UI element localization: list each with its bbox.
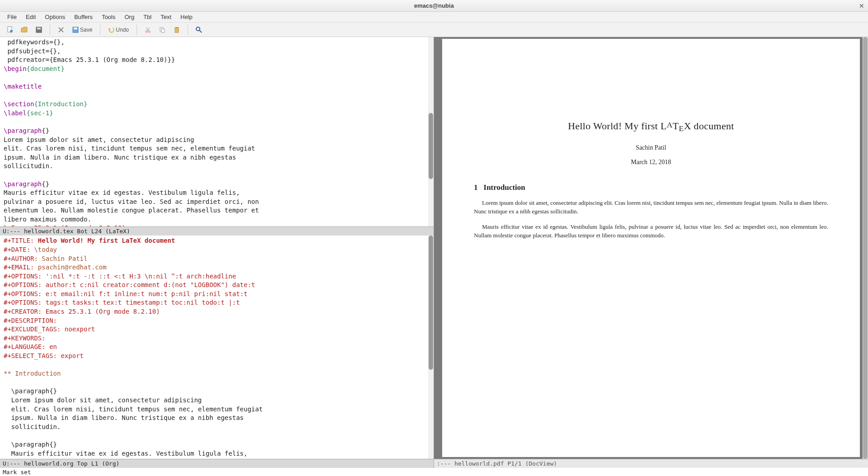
paste-icon[interactable] — [170, 24, 183, 36]
org-scrollbar[interactable] — [428, 236, 434, 459]
svg-point-1 — [10, 30, 13, 33]
toolbar-separator — [188, 25, 188, 35]
svg-rect-9 — [161, 29, 165, 33]
new-file-icon[interactable] — [4, 24, 16, 36]
main-area: pdfkeywords={}, pdfsubject={}, pdfcreato… — [0, 37, 868, 468]
svg-rect-5 — [74, 28, 77, 29]
left-panel: pdfkeywords={}, pdfsubject={}, pdfcreato… — [0, 37, 434, 468]
undo-button[interactable]: Undo — [105, 24, 132, 36]
svg-rect-10 — [175, 28, 179, 33]
scrollbar-thumb[interactable] — [429, 236, 433, 369]
pdf-page: Hello World! My first LATEX document Sac… — [442, 39, 859, 457]
svg-rect-3 — [37, 28, 41, 29]
org-editor-content[interactable]: #+TITLE: Hello World! My first LaTeX doc… — [0, 236, 434, 459]
scrollbar-thumb[interactable] — [429, 113, 433, 179]
tex-editor-content[interactable]: pdfkeywords={}, pdfsubject={}, pdfcreato… — [0, 37, 434, 226]
close-buffer-icon[interactable] — [55, 24, 67, 36]
svg-point-12 — [196, 27, 200, 31]
pdf-paragraph: Lorem ipsum dolor sit amet, consectetur … — [474, 198, 828, 216]
menu-tools[interactable]: Tools — [98, 13, 119, 21]
save-file-icon[interactable] — [33, 24, 45, 36]
org-editor-pane[interactable]: #+TITLE: Hello World! My first LaTeX doc… — [0, 236, 434, 459]
menu-file[interactable]: File — [4, 13, 20, 21]
pdf-view[interactable]: Hello World! My first LATEX document Sac… — [434, 37, 868, 459]
pdf-panel: Hello World! My first LATEX document Sac… — [434, 37, 868, 468]
menu-org[interactable]: Org — [121, 13, 138, 21]
pdf-section-heading: 1 Introduction — [474, 183, 828, 192]
undo-label: Undo — [116, 27, 129, 33]
toolbar-separator — [50, 25, 50, 35]
menu-text[interactable]: Text — [157, 13, 175, 21]
svg-rect-11 — [176, 27, 178, 28]
window-titlebar: emacs@nubia ✕ — [0, 0, 868, 12]
scrollbar-thumb[interactable] — [863, 37, 868, 459]
org-modeline[interactable]: U:--- helloworld.org Top L1 (Org) — [0, 459, 434, 468]
pdf-modeline[interactable]: :--- helloworld.pdf P1/1 (DocView) — [434, 459, 868, 468]
tex-editor-pane[interactable]: pdfkeywords={}, pdfsubject={}, pdfcreato… — [0, 37, 434, 226]
tex-modeline[interactable]: U:--- helloworld.tex Bot L24 (LaTeX) — [0, 226, 434, 236]
close-icon[interactable]: ✕ — [859, 2, 864, 9]
menubar: File Edit Options Buffers Tools Org Tbl … — [0, 12, 868, 23]
toolbar-separator — [137, 25, 137, 35]
pdf-author: Sachin Patil — [474, 144, 828, 151]
pdf-paragraph: Mauris efficitur vitae ex id egestas. Ve… — [474, 222, 828, 240]
svg-point-6 — [146, 31, 147, 33]
menu-help[interactable]: Help — [177, 13, 196, 21]
save-button[interactable]: Save — [69, 24, 95, 36]
toolbar-separator — [100, 25, 100, 35]
menu-edit[interactable]: Edit — [22, 13, 39, 21]
menu-buffers[interactable]: Buffers — [71, 13, 96, 21]
open-file-icon[interactable] — [18, 24, 31, 36]
svg-point-7 — [148, 31, 150, 33]
pdf-title: Hello World! My first LATEX document — [474, 120, 828, 133]
menu-tbl[interactable]: Tbl — [140, 13, 155, 21]
tex-scrollbar[interactable] — [428, 37, 434, 226]
search-icon[interactable] — [193, 24, 205, 36]
window-title: emacs@nubia — [414, 2, 454, 9]
toolbar: Save Undo — [0, 23, 868, 37]
pdf-scrollbar[interactable] — [863, 37, 868, 459]
echo-area: Mark set — [0, 468, 868, 476]
pdf-date: March 12, 2018 — [474, 159, 828, 166]
menu-options[interactable]: Options — [41, 13, 69, 21]
cut-icon[interactable] — [142, 24, 154, 36]
copy-icon[interactable] — [156, 24, 169, 36]
save-label: Save — [80, 27, 92, 33]
